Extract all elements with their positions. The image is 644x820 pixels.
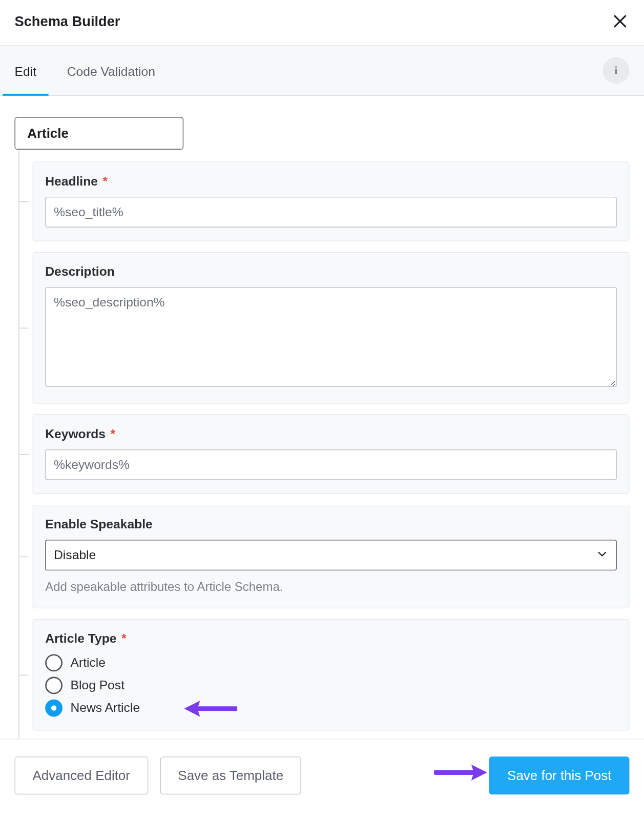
helper-text: Add speakable attributes to Article Sche… — [45, 580, 617, 594]
schema-tree: Headline * Description — [18, 150, 629, 739]
close-icon[interactable] — [611, 12, 629, 30]
field-label: Enable Speakable — [45, 517, 617, 532]
modal-title: Schema Builder — [15, 13, 120, 29]
field-description: Description — [33, 252, 630, 404]
speakable-select[interactable] — [45, 540, 617, 570]
tab-bar: Edit Code Validation i — [0, 46, 644, 96]
modal-footer: Advanced Editor Save as Template Save fo… — [0, 739, 644, 812]
field-label-text: Description — [45, 264, 115, 278]
radio-news-article[interactable]: News Article — [45, 700, 617, 717]
annotation-arrow-icon — [434, 762, 487, 786]
radio-label: Article — [71, 655, 106, 670]
modal-header: Schema Builder — [0, 0, 644, 46]
field-keywords: Keywords * — [33, 414, 630, 494]
field-label: Keywords * — [45, 427, 617, 442]
radio-label: Blog Post — [71, 678, 124, 693]
field-article-type: Article Type * Article Blog Post — [33, 619, 630, 731]
save-for-this-post-button[interactable]: Save for this Post — [489, 756, 629, 794]
field-enable-speakable: Enable Speakable Add speakable attribute… — [33, 505, 630, 608]
radio-label: News Article — [71, 701, 140, 715]
field-label: Article Type * — [45, 631, 617, 646]
radio-icon — [45, 677, 63, 694]
field-headline: Headline * — [33, 161, 630, 241]
required-star-icon: * — [110, 427, 115, 441]
keywords-input[interactable] — [45, 449, 617, 480]
field-label-text: Headline — [45, 174, 98, 188]
headline-input[interactable] — [45, 197, 617, 228]
radio-article[interactable]: Article — [45, 654, 617, 671]
required-star-icon: * — [121, 631, 127, 645]
field-label-text: Enable Speakable — [45, 517, 153, 531]
radio-icon — [45, 654, 63, 671]
schema-root-label[interactable]: Article — [15, 117, 183, 150]
tab-edit[interactable]: Edit — [15, 46, 36, 95]
field-label: Description — [45, 264, 617, 279]
save-as-template-button[interactable]: Save as Template — [160, 756, 301, 794]
field-label-text: Article Type — [45, 631, 116, 645]
schema-body: Article Headline * Description — [0, 96, 644, 739]
field-label-text: Keywords — [45, 427, 106, 441]
required-star-icon: * — [102, 174, 108, 188]
field-label: Headline * — [45, 174, 617, 189]
description-textarea[interactable] — [45, 287, 617, 387]
advanced-editor-button[interactable]: Advanced Editor — [15, 756, 148, 794]
radio-icon — [45, 700, 63, 717]
tab-code-validation[interactable]: Code Validation — [67, 46, 155, 95]
article-type-radio-group: Article Blog Post News Article — [45, 654, 617, 716]
radio-blog-post[interactable]: Blog Post — [45, 677, 617, 694]
info-icon[interactable]: i — [603, 57, 630, 84]
